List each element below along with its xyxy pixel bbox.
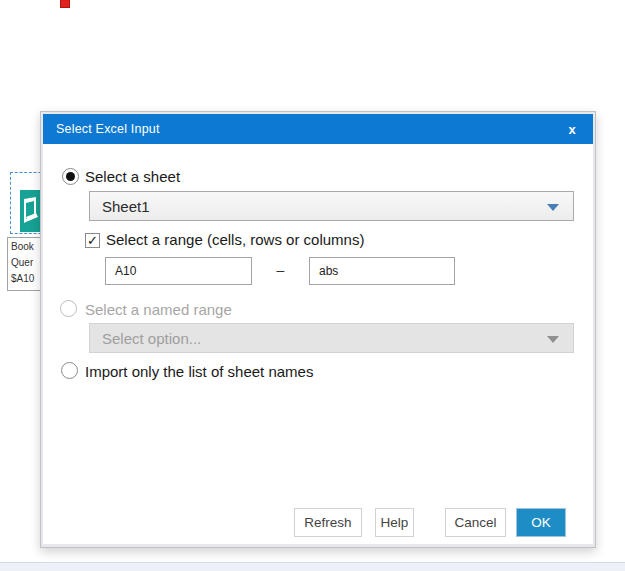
red-marker-icon bbox=[60, 0, 70, 8]
range-separator: – bbox=[257, 262, 304, 278]
range-checkbox[interactable]: ✓ bbox=[85, 233, 100, 248]
ok-button[interactable]: OK bbox=[516, 508, 566, 537]
cancel-button[interactable]: Cancel bbox=[445, 508, 506, 537]
range-from-input[interactable] bbox=[105, 257, 252, 285]
workflow-canvas: Book Quer $A10 Select Excel Input x Sele… bbox=[0, 0, 625, 571]
radio-selected-dot bbox=[66, 172, 75, 181]
sheet-radio[interactable] bbox=[62, 168, 79, 185]
close-icon[interactable]: x bbox=[551, 114, 593, 144]
range-checkbox-label[interactable]: Select a range (cells, rows or columns) bbox=[106, 231, 364, 248]
named-range-dropdown: Select option... bbox=[89, 323, 574, 353]
dropdown-arrow-icon bbox=[547, 336, 559, 343]
checkmark-icon: ✓ bbox=[87, 234, 98, 247]
refresh-button[interactable]: Refresh bbox=[294, 508, 362, 537]
sheet-names-radio[interactable] bbox=[61, 362, 78, 379]
sheet-dropdown-value: Sheet1 bbox=[102, 198, 150, 215]
range-to-input[interactable] bbox=[309, 257, 455, 285]
dialog-titlebar: Select Excel Input x bbox=[43, 114, 593, 144]
dropdown-arrow-icon bbox=[547, 204, 559, 211]
help-button[interactable]: Help bbox=[375, 508, 414, 537]
named-range-radio-label: Select a named range bbox=[85, 301, 232, 318]
select-excel-input-dialog: Select Excel Input x Select a sheet Shee… bbox=[40, 111, 596, 548]
sheet-radio-label[interactable]: Select a sheet bbox=[85, 168, 180, 185]
status-bar-edge bbox=[0, 562, 625, 571]
sheet-dropdown[interactable]: Sheet1 bbox=[89, 191, 574, 221]
open-book-glyph bbox=[22, 197, 42, 225]
named-range-radio[interactable] bbox=[60, 300, 77, 317]
dialog-title: Select Excel Input bbox=[43, 122, 160, 136]
sheet-names-radio-label[interactable]: Import only the list of sheet names bbox=[85, 363, 313, 380]
named-range-dropdown-value: Select option... bbox=[102, 330, 201, 347]
